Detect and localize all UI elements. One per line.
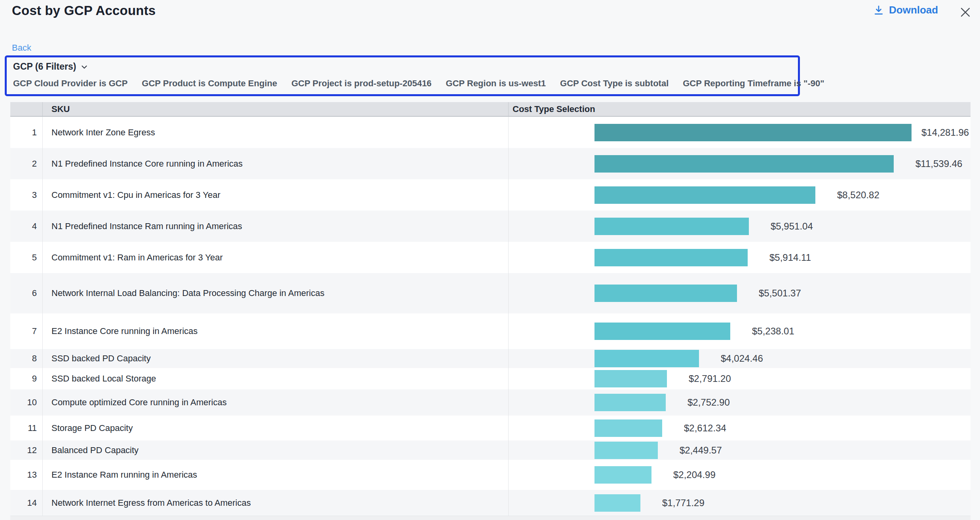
table-row: 6Network Internal Load Balancing: Data P…	[10, 273, 971, 313]
bar-area: $5,501.37	[594, 285, 971, 302]
sku-cell: SSD backed PD Capacity	[43, 349, 509, 368]
cost-value-label: $5,914.11	[769, 252, 811, 263]
filter-chip-4: GCP Region is us-west1	[446, 78, 546, 89]
cost-value-label: $11,539.46	[915, 158, 962, 169]
filter-summary-dropdown[interactable]: GCP (6 Filters)	[13, 61, 89, 72]
bar-area: $11,539.46	[594, 155, 971, 173]
cost-value-label: $5,951.04	[771, 221, 813, 232]
cost-bar	[594, 419, 662, 437]
row-rank: 4	[10, 211, 43, 242]
bar-area: $1,771.29	[594, 494, 971, 512]
cost-bar	[594, 285, 737, 302]
cost-value-label: $5,501.37	[759, 288, 801, 299]
sku-cell: SSD backed Local Storage	[43, 368, 509, 389]
cost-bar-cell: $2,204.99	[509, 460, 971, 490]
column-header-cost-type: Cost Type Selection	[509, 102, 971, 116]
cost-bar	[594, 218, 749, 235]
sku-cell: Compute optimized Core running in Americ…	[43, 389, 509, 416]
sku-cell: Network Inter Zone Egress	[43, 117, 509, 148]
sku-cell: Commitment v1: Ram in Americas for 3 Yea…	[43, 242, 509, 273]
row-rank: 6	[10, 273, 43, 313]
cost-bar-cell: $5,914.11	[509, 242, 971, 273]
download-label: Download	[889, 4, 938, 16]
sku-cell: E2 Instance Ram running in Americas	[43, 460, 509, 490]
sku-cell: E2 Instance Core running in Americas	[43, 313, 509, 349]
table-row: 2N1 Predefined Instance Core running in …	[10, 148, 971, 179]
cost-bar	[594, 442, 658, 459]
download-button[interactable]: Download	[873, 4, 938, 16]
next-row-edge	[10, 516, 971, 520]
cost-bar	[594, 124, 912, 141]
row-rank: 10	[10, 389, 43, 416]
cost-bar	[594, 323, 730, 340]
filter-chips: GCP Cloud Provider is GCPGCP Product is …	[13, 78, 792, 89]
filter-chip-1: GCP Cloud Provider is GCP	[13, 78, 127, 89]
row-rank: 9	[10, 368, 43, 389]
bar-area: $2,449.57	[594, 442, 971, 459]
table-row: 7E2 Instance Core running in Americas$5,…	[10, 313, 971, 349]
cost-bar	[594, 155, 894, 173]
table-row: 13E2 Instance Ram running in Americas$2,…	[10, 460, 971, 490]
bar-area: $5,914.11	[594, 249, 971, 266]
bar-area: $2,612.34	[594, 419, 971, 437]
table-row: 4N1 Predefined Instance Ram running in A…	[10, 211, 971, 242]
column-header-sku: SKU	[43, 102, 509, 116]
table-row: 12Balanced PD Capacity$2,449.57	[10, 440, 971, 460]
cost-bar-cell: $2,791.20	[509, 368, 971, 389]
cost-value-label: $14,281.96	[921, 127, 969, 138]
bar-area: $4,024.46	[594, 350, 971, 367]
row-rank: 12	[10, 440, 43, 460]
cost-value-label: $2,612.34	[684, 423, 726, 434]
row-rank: 3	[10, 179, 43, 211]
cost-bar-cell: $2,449.57	[509, 440, 971, 460]
cost-value-label: $2,791.20	[689, 373, 731, 384]
cost-bar-cell: $5,951.04	[509, 211, 971, 242]
cost-value-label: $8,520.82	[837, 190, 879, 201]
cost-value-label: $2,204.99	[673, 469, 716, 480]
page-title: Cost by GCP Accounts	[12, 3, 156, 18]
table-body: 1Network Inter Zone Egress$14,281.962N1 …	[10, 117, 971, 516]
back-link[interactable]: Back	[12, 43, 31, 53]
row-rank: 5	[10, 242, 43, 273]
cost-bar-cell: $5,238.01	[509, 313, 971, 349]
bar-area: $5,238.01	[594, 323, 971, 340]
sku-cell: Network Internet Egress from Americas to…	[43, 490, 509, 516]
cost-value-label: $1,771.29	[662, 497, 705, 509]
cost-bar	[594, 394, 666, 411]
cost-bar-cell: $14,281.96	[509, 117, 971, 148]
table-row: 10Compute optimized Core running in Amer…	[10, 389, 971, 416]
row-rank: 7	[10, 313, 43, 349]
cost-value-label: $2,449.57	[680, 445, 722, 456]
row-rank: 2	[10, 148, 43, 179]
cost-bar-cell: $11,539.46	[509, 148, 971, 179]
bar-area: $2,791.20	[594, 370, 971, 387]
table-row: 14Network Internet Egress from Americas …	[10, 490, 971, 516]
cost-value-label: $4,024.46	[721, 353, 763, 364]
row-rank: 14	[10, 490, 43, 516]
filter-chip-2: GCP Product is Compute Engine	[142, 78, 277, 89]
filter-chip-3: GCP Project is prod-setup-205416	[291, 78, 431, 89]
filter-chip-6: GCP Reporting Timeframe is "-90"	[683, 78, 824, 89]
cost-bar	[594, 249, 748, 266]
cost-bar	[594, 370, 667, 387]
bar-area: $14,281.96	[594, 124, 971, 141]
sku-cell: Balanced PD Capacity	[43, 440, 509, 460]
sku-cell: Commitment v1: Cpu in Americas for 3 Yea…	[43, 179, 509, 211]
table-row: 11Storage PD Capacity$2,612.34	[10, 416, 971, 440]
filter-box: GCP (6 Filters) GCP Cloud Provider is GC…	[5, 55, 800, 96]
column-header-rank	[10, 102, 43, 116]
row-rank: 13	[10, 460, 43, 490]
cost-bar-cell: $4,024.46	[509, 349, 971, 368]
cost-value-label: $5,238.01	[752, 326, 794, 337]
cost-bar	[594, 350, 699, 367]
filter-summary-label: GCP (6 Filters)	[13, 61, 76, 72]
cost-bar-cell: $2,752.90	[509, 389, 971, 416]
cost-bar-cell: $8,520.82	[509, 179, 971, 211]
cost-table: SKU Cost Type Selection 1Network Inter Z…	[10, 102, 971, 520]
filter-chip-5: GCP Cost Type is subtotal	[560, 78, 669, 89]
bar-area: $5,951.04	[594, 218, 971, 235]
sku-cell: N1 Predefined Instance Ram running in Am…	[43, 211, 509, 242]
table-row: 9SSD backed Local Storage$2,791.20	[10, 368, 971, 389]
sku-cell: Storage PD Capacity	[43, 416, 509, 440]
close-icon[interactable]	[959, 6, 972, 19]
